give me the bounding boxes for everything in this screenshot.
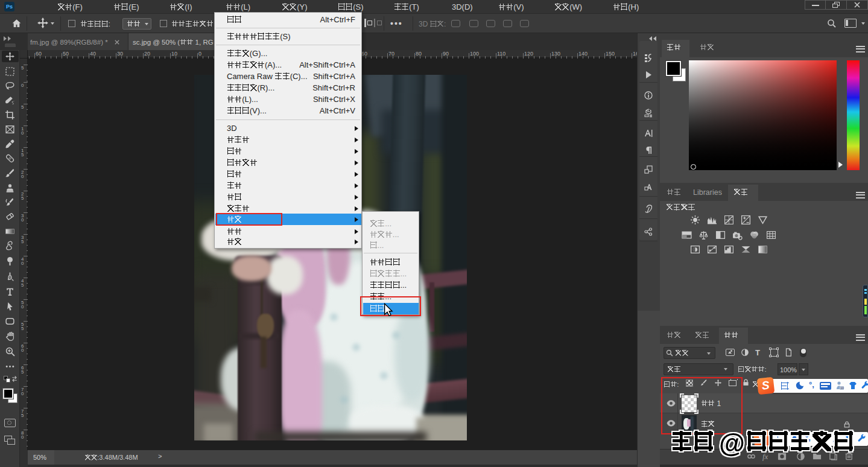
svg-text:10: 10	[840, 386, 844, 390]
